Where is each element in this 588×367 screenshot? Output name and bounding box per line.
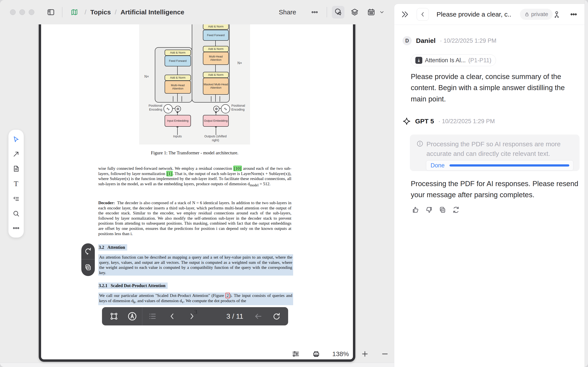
section-number: 3.2.1: [99, 283, 107, 288]
text-tool[interactable]: T: [14, 180, 18, 188]
history-forward-button[interactable]: [272, 312, 281, 321]
search-tool[interactable]: [12, 210, 20, 217]
attachment-page-range: (P1-P11): [468, 57, 491, 64]
more-options-button[interactable]: [308, 6, 321, 18]
processing-notice-card: Processing the PDF so AI responses are m…: [410, 134, 580, 171]
traffic-light-zoom[interactable]: [29, 9, 34, 15]
back-button[interactable]: [417, 8, 429, 21]
calendar-button[interactable]: [365, 6, 378, 18]
breadcrumb-separator: /: [115, 8, 117, 16]
arrow-left-icon: [254, 312, 262, 321]
assistant-message-text: Processing the PDF for AI responses. Ple…: [411, 178, 580, 200]
breadcrumb-current[interactable]: Artificial Intelligence: [121, 8, 184, 16]
annotation-toolbar: T: [8, 130, 24, 238]
dec-box-label: Feed Forward: [207, 34, 225, 37]
enc-add-norm-2: Add & Norm: [165, 75, 191, 81]
lastpara-text: . We compute the dot products of the: [184, 299, 246, 303]
dec-multi-head-attention: Multi-Head Attention: [203, 52, 229, 65]
thumbnail-list-button[interactable]: [148, 312, 157, 321]
pen-circle-icon: [127, 311, 137, 321]
ellipsis-icon: [311, 8, 319, 16]
para1-text: wise fully connected feed-forward networ…: [98, 166, 233, 171]
decoder-label: Decoder:: [98, 200, 115, 205]
assistant-message-actions: [412, 206, 460, 214]
chat-panel-toggle[interactable]: [332, 6, 345, 18]
plus-icon: [361, 350, 369, 358]
breadcrumb-topics[interactable]: Topics: [90, 8, 111, 16]
crop-tool-button[interactable]: [109, 312, 119, 321]
layers-button[interactable]: [348, 6, 361, 18]
select-tool[interactable]: [12, 135, 20, 143]
sliders-icon: [291, 350, 300, 358]
sidebar-toggle-button[interactable]: [45, 6, 57, 18]
section-title: Scaled Dot-Product Attention: [111, 283, 165, 288]
more-tools[interactable]: [12, 225, 20, 232]
ellipsis-icon: [570, 10, 578, 18]
dec-feed-forward: Feed Forward: [203, 30, 229, 41]
app-window: Add & Norm Feed Forward Add & Norm Multi…: [0, 0, 588, 367]
zoom-level[interactable]: 138%: [332, 350, 349, 358]
enc-box-label: Multi-Head Attention: [165, 84, 191, 90]
citation-10[interactable]: [10]: [233, 166, 242, 171]
chat-refresh-icon: [84, 247, 92, 255]
lock-icon: [524, 12, 530, 17]
traffic-light-minimize[interactable]: [19, 9, 25, 15]
privacy-badge-label: private: [531, 11, 548, 18]
dec-box-label: Masked Multi-Head Attention: [203, 83, 228, 90]
share-button[interactable]: Share: [279, 8, 296, 16]
history-back-button[interactable]: [254, 312, 262, 321]
zoom-in-button[interactable]: [361, 350, 369, 358]
thread-title[interactable]: Please provide a clear, c...: [437, 11, 511, 18]
sine-circle-right: ∿: [221, 104, 230, 113]
dec-box-label: Add & Norm: [208, 73, 224, 77]
view-settings-button[interactable]: [291, 350, 300, 358]
pin-thread-button[interactable]: [553, 10, 561, 18]
collapse-panel-button[interactable]: [401, 10, 409, 19]
chevron-left-icon: [419, 11, 426, 18]
outline-tool[interactable]: [12, 195, 20, 203]
arrow-tool[interactable]: [12, 150, 20, 158]
zoom-out-button[interactable]: [381, 350, 389, 358]
parse-progress-box: Done: [426, 160, 573, 171]
ask-ai-about-selection-button[interactable]: [84, 243, 92, 259]
figure-2-link[interactable]: 2: [226, 293, 230, 298]
window-header: / Topics / Artificial Intelligence Share: [0, 0, 394, 24]
arrow-up-right-icon: [12, 150, 20, 158]
plus-circle-right: ⊕: [213, 106, 219, 112]
figure-caption: Figure 1: The Transformer - model archit…: [139, 150, 250, 156]
message-attachment-chip[interactable]: ⤓ Attention Is Al... (P1-P11): [411, 54, 496, 66]
page-indicator[interactable]: 3 / 11: [226, 312, 243, 320]
plus-glyph: ⊕: [176, 107, 179, 111]
library-button[interactable]: [68, 6, 81, 18]
thumbs-down-button[interactable]: [425, 206, 433, 214]
chevron-left-icon: [168, 312, 176, 320]
previous-page-button[interactable]: [168, 312, 176, 320]
pen-tool-button[interactable]: [127, 311, 137, 321]
plus-glyph: ⊕: [215, 107, 218, 111]
assistant-message-header: GPT 5 · 10/22/2025 1:29 PM: [403, 117, 495, 125]
decoder-text: The decoder is also composed of a stack …: [98, 200, 291, 236]
pdf-file-icon: ⤓: [415, 57, 422, 64]
info-icon: [416, 140, 423, 147]
copy-response-button[interactable]: [439, 206, 446, 214]
note-tool[interactable]: [12, 165, 20, 172]
regenerate-button[interactable]: [452, 206, 460, 214]
calendar-dropdown[interactable]: [378, 6, 386, 18]
subscript-model: model: [250, 183, 258, 187]
thumbs-up-button[interactable]: [412, 206, 419, 214]
chat-panel: Please provide a clear, c... private D D…: [394, 4, 585, 367]
citation-1[interactable]: [1]: [166, 171, 173, 176]
breadcrumb-separator: /: [85, 8, 86, 16]
double-chevron-right-icon: [401, 10, 409, 19]
thread-options-button[interactable]: [570, 10, 578, 18]
traffic-light-close[interactable]: [10, 9, 16, 15]
pin-icon: [553, 10, 561, 18]
subscript-k: k: [134, 300, 135, 304]
attachment-name: Attention Is Al...: [425, 57, 466, 64]
processing-notice-text: Processing the PDF so AI responses are m…: [427, 139, 566, 158]
print-button[interactable]: [312, 350, 321, 358]
copy-selection-button[interactable]: [84, 259, 92, 275]
enc-box-label: Add & Norm: [170, 76, 185, 79]
positional-encoding-label-right: Positional Encoding: [231, 104, 250, 111]
map-book-icon: [71, 8, 78, 16]
